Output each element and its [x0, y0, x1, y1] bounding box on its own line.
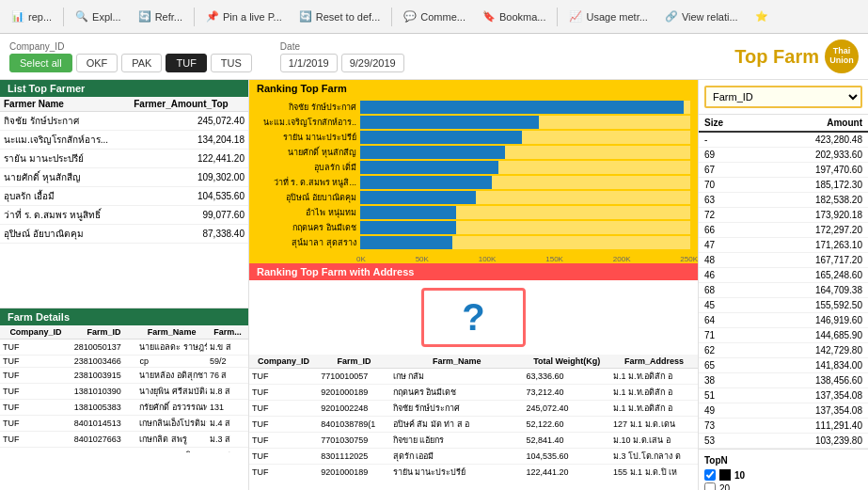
question-mark: ?: [421, 288, 525, 347]
toolbar-bookmark-btn[interactable]: 🔖 Bookma...: [475, 7, 554, 26]
sa-row[interactable]: 62142,729.80: [699, 343, 868, 358]
sa-row[interactable]: 45155,592.50: [699, 298, 868, 313]
farm-details-section: Farm Details Company_ID Farm_ID Farm_Nam…: [0, 308, 248, 491]
main-content: List Top Farmer Farmer Name Farmer_Amoun…: [0, 80, 868, 490]
topn-checkbox[interactable]: [704, 482, 716, 490]
addr-row[interactable]: TUF9201002248กิจชัย รักษ์ประกาศ245,072.4…: [249, 401, 698, 417]
company-select-all-btn[interactable]: Select all: [9, 54, 72, 72]
addr-col-address: Farm_Address: [610, 355, 698, 369]
toolbar-star-btn[interactable]: ⭐: [748, 7, 776, 26]
topn-item[interactable]: 10: [704, 469, 862, 481]
farmer-amount: 87,338.40: [130, 225, 248, 244]
addr-row[interactable]: TUF9201000189รายัน มานะประปรีย์122,441.2…: [249, 465, 698, 478]
date-filter-label: Date: [280, 41, 404, 52]
sa-row[interactable]: 73111,291.40: [699, 419, 868, 434]
sa-row[interactable]: 38138,456.60: [699, 373, 868, 388]
farm-row[interactable]: TUF1381005383กรัยศักดิ์ อรวรรณพรรค131: [0, 399, 248, 415]
topn-items: 10 20 30 40 50 100 500 1000 10000 20000: [704, 469, 862, 490]
bar-container: [360, 206, 690, 219]
sa-row[interactable]: 49137,354.08: [699, 403, 868, 419]
toolbar-pin-btn[interactable]: 📌 Pin a live P...: [198, 7, 290, 26]
bar-row: อุบลรัก เดิ่มี: [257, 161, 690, 174]
company-okf-btn[interactable]: OKF: [76, 54, 118, 72]
farmer-table-scroll[interactable]: Farmer Name Farmer_Amount_Top กิจชัย รัก…: [0, 97, 248, 247]
addr-row[interactable]: TUF8401038789(1อปิษค์ สัม มัต ท่า ส อ52,…: [249, 417, 698, 433]
sa-row[interactable]: 64146,919.60: [699, 313, 868, 328]
farm-row[interactable]: TUF2381003915นายหล้อง อดิสุกชาวกม76 ส: [0, 367, 248, 383]
farmer-name: อุบลรัก เอื้อมี: [0, 187, 130, 206]
sa-row[interactable]: 66172,297.20: [699, 223, 868, 238]
farmer-row[interactable]: นะแม.เจริญโรกสักห์อาร...134,204.18: [0, 131, 248, 150]
sa-row[interactable]: 72173,920.18: [699, 208, 868, 223]
bar-container: [360, 236, 690, 249]
toolbar-expl-btn[interactable]: 🔍 Expl...: [68, 7, 129, 26]
farm-row[interactable]: TUF1381010390นางยุพิน ศรีสมบัติสุขม.8 ส: [0, 383, 248, 399]
farmer-row[interactable]: อุปิษณ์ อัยบาณิตคุม87,338.40: [0, 225, 248, 244]
farmer-amount: 134,204.18: [130, 131, 248, 150]
farmer-row[interactable]: อำไพ หนุ่มทม73,461.20: [0, 244, 248, 248]
sa-row[interactable]: 53103,239.80: [699, 434, 868, 449]
sa-row[interactable]: 46165,248.60: [699, 268, 868, 283]
expl-icon: 🔍: [75, 10, 88, 23]
company-tuf-btn[interactable]: TUF: [166, 54, 206, 72]
sa-row[interactable]: 67197,470.60: [699, 163, 868, 178]
farmer-row[interactable]: รายัน มานะประปรีย์122,441.20: [0, 150, 248, 168]
sa-row[interactable]: -423,280.48: [699, 132, 868, 148]
company-pak-btn[interactable]: PAK: [121, 54, 162, 72]
farmer-row[interactable]: อุบลรัก เอื้อมี104,535.60: [0, 187, 248, 206]
toolbar-reset-label: Reset to def...: [316, 11, 380, 23]
farm-row[interactable]: TUF2381003466cp59/2: [0, 355, 248, 367]
sa-row[interactable]: 63182,538.20: [699, 193, 868, 208]
toolbar-comment-btn[interactable]: 💬 Comme...: [396, 7, 473, 26]
date-end[interactable]: 9/29/2019: [341, 54, 404, 72]
toolbar-sep-1: [63, 8, 64, 26]
farm-row[interactable]: TUF8401027663เกษกลิต สพรูม.3 ส: [0, 431, 248, 447]
addr-row[interactable]: TUF9201000189กฤตนคร อินมีเดช73,212.40ม.1…: [249, 385, 698, 401]
toolbar-usage-btn[interactable]: 📈 Usage metr...: [561, 7, 655, 26]
addr-row[interactable]: TUF7710010057เกษ กสัม63,336.60ม.1 ม.ท.อด…: [249, 369, 698, 385]
sa-col-size: Size: [699, 115, 756, 132]
addr-row[interactable]: TUF7701030759กิจขาย แอ้ยกร52,841.40ม.10 …: [249, 433, 698, 449]
sa-row[interactable]: 69202,933.60: [699, 148, 868, 163]
farm-details-scroll[interactable]: Company_ID Farm_ID Farm_Name Farm... TUF…: [0, 325, 248, 452]
farmer-row[interactable]: นายศักดิ์ หุนสักสีญ109,302.00: [0, 168, 248, 187]
farm-row[interactable]: TUF8401014513เกษกลินเอ็งโปรติมานม.4 ส: [0, 415, 248, 431]
toolbar-usage-label: Usage metr...: [586, 11, 647, 23]
farmer-name: กิจชัย รักษ์ประกาศ: [0, 112, 130, 131]
toolbar-reset-btn[interactable]: 🔄 Reset to def...: [292, 7, 387, 26]
topn-item[interactable]: 20: [704, 482, 862, 490]
farmer-name: นายศักดิ์ หุนสักสีญ: [0, 168, 130, 187]
farm-table: Company_ID Farm_ID Farm_Name Farm... TUF…: [0, 325, 248, 452]
bar-fill: [360, 101, 684, 114]
pin-icon: 📌: [206, 10, 219, 23]
axis-50k: 50K: [416, 255, 429, 263]
bar-label: กิจชัย รักษ์ประกาศ: [257, 101, 360, 114]
addr-col-farmid: Farm_ID: [318, 355, 390, 369]
sa-row[interactable]: 47171,263.10: [699, 238, 868, 253]
sa-row[interactable]: 70185,172.30: [699, 178, 868, 193]
toolbar-refr-btn[interactable]: 🔄 Refr...: [131, 7, 190, 26]
star-icon: ⭐: [755, 10, 768, 23]
farmer-row[interactable]: ว่าที่ ร. ด.สมพร หนูสิทธิ์99,077.60: [0, 206, 248, 225]
date-start[interactable]: 1/1/2019: [280, 54, 338, 72]
sa-row[interactable]: 71144,685.90: [699, 328, 868, 343]
usage-icon: 📈: [569, 10, 582, 23]
toolbar-sep-3: [391, 8, 392, 26]
sa-row[interactable]: 51137,354.08: [699, 388, 868, 403]
topn-value: 20: [719, 483, 730, 491]
topn-section: TopN 10 20 30 40 50 100 500 1000 10000: [699, 450, 868, 490]
topn-checkbox[interactable]: [704, 469, 716, 481]
sa-row[interactable]: 48167,717.20: [699, 253, 868, 268]
addr-table-wrap[interactable]: Company_ID Farm_ID Farm_Name Total Weigh…: [249, 355, 698, 477]
addr-row[interactable]: TUF8301112025สุดรัก เออมี104,535.60ม.3 โ…: [249, 449, 698, 465]
farmer-row[interactable]: กิจชัย รักษ์ประกาศ245,072.40: [0, 112, 248, 131]
farm-row[interactable]: TUF2810050137นายแอลดะ ราษฎร์สีห์ม.ข ส: [0, 339, 248, 355]
toolbar-view-btn[interactable]: 🔗 View relati...: [657, 7, 746, 26]
toolbar-rep-btn[interactable]: 📊 rep...: [4, 7, 59, 26]
sa-row[interactable]: 68164,709.38: [699, 283, 868, 298]
company-tus-btn[interactable]: TUS: [211, 54, 252, 72]
sa-row[interactable]: 65141,834.00: [699, 358, 868, 373]
farmid-select[interactable]: Farm_ID: [704, 86, 862, 108]
bookmark-icon: 🔖: [482, 10, 496, 23]
farm-row[interactable]: TUF7701009894เกษกลาย นาติมาณจร์ม.2 ส: [0, 447, 248, 452]
